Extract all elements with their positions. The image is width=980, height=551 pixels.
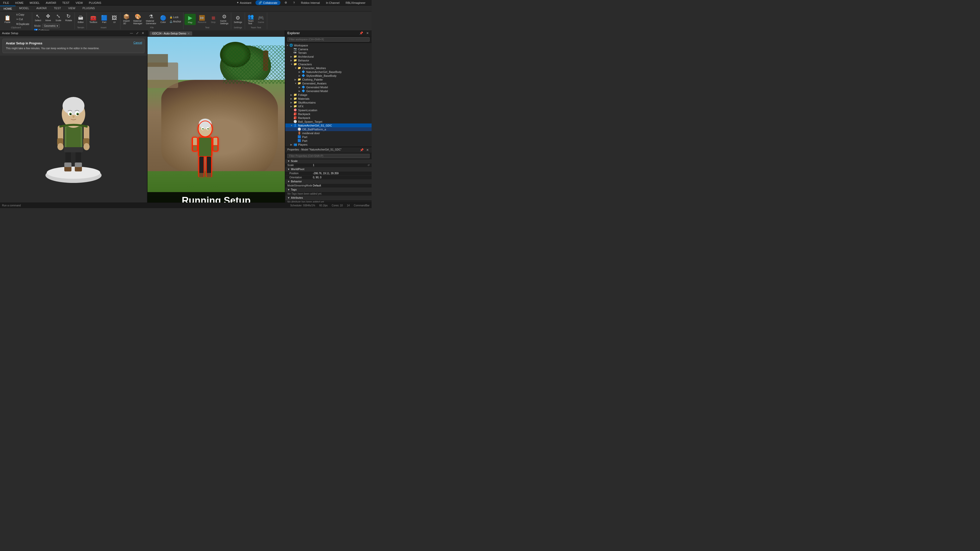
svg-point-25: [77, 114, 79, 115]
help-btn[interactable]: ?: [291, 0, 297, 5]
tree-item-players[interactable]: ▶ 👥 Players: [285, 143, 372, 146]
team-test-icon: 👥: [248, 14, 254, 19]
play-button[interactable]: ▶ Play: [185, 14, 196, 25]
menu-view[interactable]: VIEW: [75, 1, 84, 5]
cut-button[interactable]: ✂ Cut: [15, 17, 31, 21]
color-button[interactable]: 🔵 Color: [158, 14, 168, 24]
tree-item-characters[interactable]: ▼ 📁 Characters: [285, 62, 372, 66]
menu-plugins[interactable]: PLUGINS: [88, 1, 102, 5]
panel-close-button[interactable]: ✕: [141, 32, 145, 35]
properties-header: Properties - Model "NatureArcherGirl_S1_…: [285, 147, 372, 153]
menu-avatar[interactable]: AVATAR: [45, 1, 57, 5]
viewport-scene[interactable]: Running Setup: [148, 37, 285, 203]
lock-button[interactable]: 🔒 Lock: [169, 15, 182, 19]
tree-item-part-1[interactable]: 🟦 Part: [285, 135, 372, 139]
collaborate-button[interactable]: 🔗 Collaborate: [256, 0, 280, 5]
ribbon-tab-home[interactable]: HOME: [0, 6, 16, 11]
in-channel-btn[interactable]: In Channel: [324, 0, 342, 5]
tree-item-gen-avatars[interactable]: ▼ 📁 Generated_Avatars: [285, 81, 372, 85]
tree-item-nature-archer[interactable]: ▶ 🔷 NatureArcherGirl_BaseBody: [285, 70, 372, 74]
explorer-close-button[interactable]: ✕: [366, 32, 369, 35]
assistant-button[interactable]: ✦ Assistant: [234, 0, 253, 5]
tree-item-terrain[interactable]: 🗺 Terrain: [285, 51, 372, 55]
part-button[interactable]: 🟦 Part: [99, 14, 109, 24]
settings-icon-btn[interactable]: ⚙: [283, 0, 289, 5]
scale-reset-icon[interactable]: ↺: [368, 164, 369, 167]
move-button[interactable]: ✥ Move: [43, 13, 53, 23]
viewport-tab-close[interactable]: ✕: [188, 32, 189, 35]
explorer-search-input[interactable]: [287, 37, 369, 41]
menu-model[interactable]: MODEL: [29, 1, 41, 5]
tree-item-architectural[interactable]: ▶ 📁 Architectural: [285, 55, 372, 59]
team-test-button[interactable]: 👥 TeamTest: [246, 13, 256, 26]
tree-item-stylized-male[interactable]: ▶ 🔷 StylizedMale_BaseBody: [285, 74, 372, 78]
material-manager-button[interactable]: 🎨 MaterialManager: [132, 13, 144, 26]
stop-button[interactable]: ⏹ Stop: [208, 14, 218, 24]
tree-item-camera[interactable]: 📷 Camera: [285, 47, 372, 51]
tree-item-backpack-2[interactable]: 🎒 Backpack: [285, 116, 372, 120]
material-generator-button[interactable]: ⚗ MaterialGenerator: [145, 13, 158, 26]
tree-item-skymountains[interactable]: ▶ 📁 SkyMountains: [285, 100, 372, 104]
tree-item-part-2[interactable]: 🟦 Part: [285, 139, 372, 143]
duplicate-button[interactable]: ⧉ Duplicate: [15, 22, 31, 26]
tree-item-ball-spawn[interactable]: ⚪ Ball_Spawn_Target: [285, 120, 372, 124]
tree-item-gen-model-1[interactable]: ▶ 🔷 Generated Model: [285, 85, 372, 89]
scale-button[interactable]: ⤡ Scale: [54, 13, 63, 23]
gen-model-icon-2: 🔷: [302, 89, 306, 93]
properties-search: [285, 153, 372, 159]
import-3d-button[interactable]: 📦 Import3D: [121, 13, 131, 26]
svg-rect-7: [75, 162, 82, 167]
explorer-pin-button[interactable]: 📌: [359, 32, 364, 35]
svg-point-26: [73, 115, 75, 118]
test-content: ▶ Play ⏩ Resume ⏹ Stop ⚙ GameSettings: [185, 13, 230, 26]
rotate-button[interactable]: ↻ Rotate: [64, 13, 74, 23]
tree-item-spawn[interactable]: 🎯 SpawnLocation: [285, 108, 372, 112]
anchor-button[interactable]: ⚓ Anchor: [169, 20, 182, 24]
ribbon-tab-plugins[interactable]: PLUGINS: [79, 6, 98, 11]
svg-point-19: [62, 97, 84, 115]
file-content: 📦 Import3D 🎨 MaterialManager ⚗ MaterialG…: [121, 13, 182, 26]
game-settings-button[interactable]: ⚙ GameSettings: [219, 13, 230, 26]
tree-item-door[interactable]: 🚪 medieval door: [285, 131, 372, 135]
tree-item-workspace[interactable]: ▼ 🌐 Workspace: [285, 43, 372, 47]
menu-test[interactable]: TEST: [61, 1, 70, 5]
cancel-button[interactable]: Cancel: [134, 41, 142, 44]
toolbox-button[interactable]: 🧰 Toolbox: [88, 14, 99, 24]
tree-item-gen-model-2[interactable]: ▶ 🔷 Generated Model: [285, 89, 372, 93]
imagineer-btn[interactable]: RBLXImagineer: [344, 0, 368, 5]
ball-spawn-icon: ⚪: [293, 120, 298, 123]
paste-button[interactable]: 📋 Paste: [1, 14, 14, 24]
menu-file[interactable]: FILE: [2, 1, 10, 5]
tree-item-materials[interactable]: ▶ 📁 Materials: [285, 97, 372, 100]
ui-button[interactable]: 🖼 UI: [110, 14, 119, 24]
ribbon-tab-avatar[interactable]: AVATAR: [33, 6, 50, 11]
resume-button[interactable]: ⏩ Resume: [196, 14, 208, 24]
properties-search-input[interactable]: [287, 154, 369, 158]
terrain-editor-button[interactable]: 🏔 Editor: [76, 14, 86, 24]
tree-item-clothing[interactable]: ▶ 📁 Clothing_Palette: [285, 78, 372, 81]
ribbon-tab-model[interactable]: MODEL: [16, 6, 33, 11]
tree-item-behavior[interactable]: ▶ 📁 Behavior: [285, 59, 372, 62]
select-button[interactable]: ↖ Select: [33, 13, 43, 23]
tools-group: ↖ Select ✥ Move ⤡ Scale ↻ Rotate M: [32, 13, 75, 29]
viewport-tab-demo[interactable]: GDC24 - Auto-Setup Demo ✕: [150, 32, 192, 35]
roblox-internal-btn[interactable]: Roblox Internal: [299, 0, 322, 5]
tree-item-ball-platform[interactable]: ⚪ OB_BallPlatform_a: [285, 127, 372, 131]
ribbon-tab-test[interactable]: TEST: [50, 6, 65, 11]
menu-home[interactable]: HOME: [14, 1, 24, 5]
panel-expand-button[interactable]: ⤢: [135, 32, 139, 35]
settings-button[interactable]: ⚙ Settings: [232, 14, 244, 24]
tree-item-foliage[interactable]: ▶ 📁 Foliage: [285, 93, 372, 97]
mode-dropdown[interactable]: Geometric ▾: [42, 24, 60, 28]
tree-item-vfx[interactable]: ▶ 📁 VFX: [285, 104, 372, 108]
copy-button[interactable]: ⎘ Copy: [15, 13, 31, 17]
ribbon-tab-view[interactable]: VIEW: [65, 6, 79, 11]
team-game-button[interactable]: 🎮 Game: [256, 14, 266, 24]
tree-item-backpack-1[interactable]: 🎒 Backpack: [285, 112, 372, 116]
tree-item-char-meshes[interactable]: ▼ 📁 Character_Meshes: [285, 66, 372, 70]
properties-pin-button[interactable]: 📌: [359, 148, 364, 152]
main-layout: Avatar Setup — ⤢ ✕ Avatar Setup in Progr…: [0, 30, 372, 203]
panel-minimize-button[interactable]: —: [129, 32, 134, 35]
tree-item-archer-gdc[interactable]: ▼ 👤 NatureArcherGirl_S1_GDC: [285, 124, 372, 127]
properties-close-button[interactable]: ✕: [366, 148, 369, 152]
